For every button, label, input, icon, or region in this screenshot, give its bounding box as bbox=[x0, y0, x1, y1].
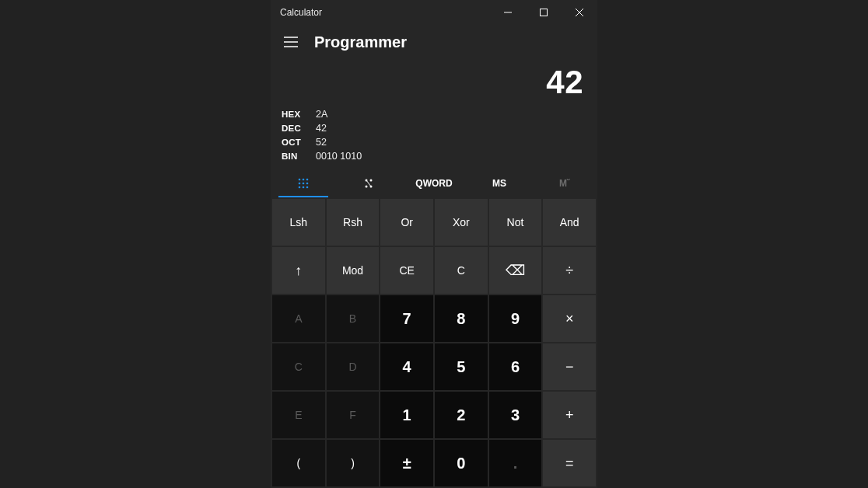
key-rparen[interactable]: ) bbox=[327, 440, 380, 486]
key-not[interactable]: Not bbox=[489, 199, 542, 246]
memory-dropdown[interactable]: M˘ bbox=[532, 169, 597, 197]
svg-point-7 bbox=[299, 179, 301, 181]
keypad: Lsh Rsh Or Xor Not And ↑ Mod CE C ⌫ ÷ A … bbox=[271, 197, 597, 488]
key-equals[interactable]: = bbox=[543, 440, 596, 486]
key-and[interactable]: And bbox=[543, 199, 596, 246]
key-add[interactable]: + bbox=[543, 392, 596, 438]
radix-row-dec[interactable]: DEC 42 bbox=[282, 121, 586, 135]
window-title: Calculator bbox=[280, 7, 322, 18]
key-e[interactable]: E bbox=[272, 392, 325, 438]
plus-icon: + bbox=[565, 408, 574, 422]
key-up-arrow[interactable]: ↑ bbox=[272, 247, 325, 294]
svg-point-13 bbox=[299, 186, 301, 189]
calculator-window: Calculator Programmer 42 HEX bbox=[271, 0, 597, 488]
key-8[interactable]: 8 bbox=[435, 295, 488, 342]
maximize-button[interactable] bbox=[526, 0, 562, 25]
key-ce[interactable]: CE bbox=[380, 247, 433, 294]
key-lsh[interactable]: Lsh bbox=[272, 199, 325, 246]
key-lparen[interactable]: ( bbox=[272, 440, 325, 486]
bit-toggle-icon bbox=[362, 177, 375, 190]
window-controls bbox=[490, 0, 597, 25]
key-a[interactable]: A bbox=[272, 295, 325, 342]
svg-point-12 bbox=[306, 183, 309, 185]
minus-icon: − bbox=[565, 360, 574, 374]
up-arrow-icon: ↑ bbox=[295, 263, 302, 277]
radix-value-dec: 42 bbox=[316, 123, 327, 134]
key-6[interactable]: 6 bbox=[489, 343, 542, 390]
key-mod[interactable]: Mod bbox=[327, 247, 380, 294]
svg-point-9 bbox=[306, 179, 309, 181]
divide-icon: ÷ bbox=[565, 263, 573, 277]
radix-label-dec: DEC bbox=[282, 124, 305, 133]
svg-point-15 bbox=[306, 186, 309, 189]
keypad-icon bbox=[297, 177, 310, 190]
header: Programmer bbox=[271, 25, 597, 58]
tab-bit-toggle[interactable] bbox=[336, 169, 401, 197]
key-rsh[interactable]: Rsh bbox=[327, 199, 380, 246]
key-b[interactable]: B bbox=[327, 295, 380, 342]
key-divide[interactable]: ÷ bbox=[543, 247, 596, 294]
key-clear[interactable]: C bbox=[435, 247, 488, 294]
equals-icon: = bbox=[565, 456, 574, 470]
radix-value-oct: 52 bbox=[316, 137, 327, 148]
key-subtract[interactable]: − bbox=[543, 343, 596, 390]
minimize-button[interactable] bbox=[490, 0, 526, 25]
svg-point-10 bbox=[299, 183, 301, 185]
maximize-icon bbox=[540, 9, 548, 16]
tab-keypad[interactable] bbox=[271, 169, 336, 197]
key-5[interactable]: 5 bbox=[435, 343, 488, 390]
menu-button[interactable] bbox=[280, 31, 302, 53]
tab-word-size[interactable]: QWORD bbox=[401, 169, 467, 197]
key-0[interactable]: 0 bbox=[435, 440, 488, 486]
key-or[interactable]: Or bbox=[380, 199, 433, 246]
svg-point-11 bbox=[303, 183, 305, 185]
memory-store-button[interactable]: MS bbox=[467, 169, 532, 197]
minimize-icon bbox=[504, 9, 512, 16]
radix-label-hex: HEX bbox=[282, 110, 305, 119]
close-icon bbox=[576, 9, 583, 16]
key-backspace[interactable]: ⌫ bbox=[489, 247, 542, 294]
backspace-icon: ⌫ bbox=[506, 263, 525, 277]
function-bar: QWORD MS M˘ bbox=[271, 169, 597, 197]
svg-point-17 bbox=[370, 180, 373, 182]
title-bar: Calculator bbox=[271, 0, 597, 25]
key-multiply[interactable]: × bbox=[543, 295, 596, 342]
key-xor[interactable]: Xor bbox=[435, 199, 488, 246]
radix-value-bin: 0010 1010 bbox=[316, 151, 362, 162]
svg-point-18 bbox=[366, 186, 368, 188]
radix-row-oct[interactable]: OCT 52 bbox=[282, 135, 586, 149]
svg-point-8 bbox=[303, 179, 305, 181]
key-2[interactable]: 2 bbox=[435, 392, 488, 438]
key-decimal[interactable]: . bbox=[489, 440, 542, 486]
key-c-hex[interactable]: C bbox=[272, 343, 325, 390]
key-d[interactable]: D bbox=[327, 343, 380, 390]
radix-value-hex: 2A bbox=[316, 109, 327, 120]
key-1[interactable]: 1 bbox=[380, 392, 433, 438]
radix-label-oct: OCT bbox=[282, 138, 305, 147]
result-display: 42 bbox=[271, 58, 597, 106]
hamburger-icon bbox=[284, 37, 298, 47]
mode-title: Programmer bbox=[314, 33, 407, 51]
multiply-icon: × bbox=[565, 312, 574, 326]
key-7[interactable]: 7 bbox=[380, 295, 433, 342]
radix-block: HEX 2A DEC 42 OCT 52 BIN 0010 1010 bbox=[271, 106, 597, 169]
radix-row-bin[interactable]: BIN 0010 1010 bbox=[282, 149, 586, 163]
radix-label-bin: BIN bbox=[282, 152, 305, 161]
svg-rect-1 bbox=[541, 9, 548, 16]
key-3[interactable]: 3 bbox=[489, 392, 542, 438]
key-4[interactable]: 4 bbox=[380, 343, 433, 390]
svg-point-14 bbox=[303, 186, 305, 189]
key-plus-minus[interactable]: ± bbox=[380, 440, 433, 486]
radix-row-hex[interactable]: HEX 2A bbox=[282, 107, 586, 121]
key-f[interactable]: F bbox=[327, 392, 380, 438]
key-9[interactable]: 9 bbox=[489, 295, 542, 342]
close-button[interactable] bbox=[562, 0, 597, 25]
